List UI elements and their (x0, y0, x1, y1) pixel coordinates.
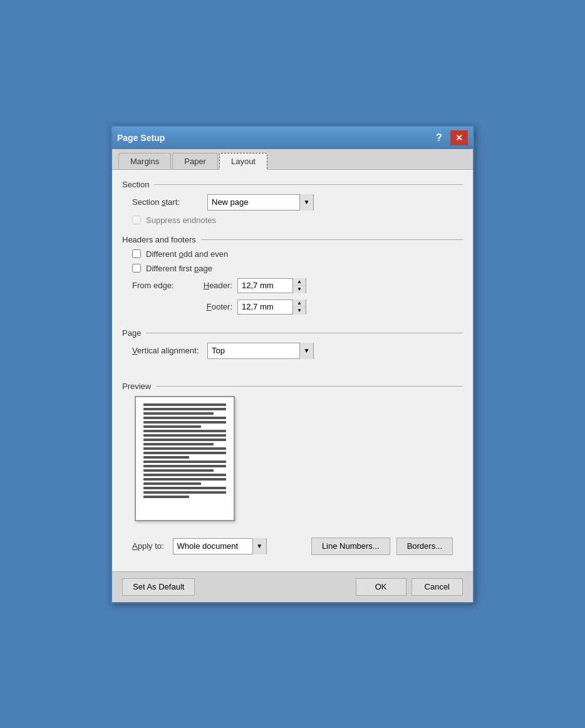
preview-line-11 (143, 447, 226, 450)
spinners-group: Header: 12,7 mm ▲ ▼ Footer: (182, 278, 306, 318)
preview-line-2 (143, 408, 226, 410)
diff-odd-even-row: Different odd and even (132, 249, 463, 259)
apply-to-value: Whole document (173, 541, 252, 551)
footer-right: OK Cancel (356, 578, 463, 596)
tab-paper[interactable]: Paper (172, 153, 218, 169)
preview-line-19 (143, 482, 201, 485)
diff-odd-even-label: Different odd and even (146, 249, 228, 259)
diff-first-page-label: Different first page (146, 264, 212, 273)
section-start-arrow[interactable]: ▼ (299, 194, 313, 211)
preview-line-22 (143, 496, 189, 498)
preview-line-14 (143, 460, 226, 463)
section-start-value: New page (208, 197, 299, 207)
apply-to-select[interactable]: Whole document ▼ (173, 538, 267, 554)
ok-button[interactable]: OK (356, 578, 406, 596)
page-group-content: Vertical alignment: Top ▼ (122, 343, 463, 359)
header-spinner[interactable]: 12,7 mm ▲ ▼ (237, 278, 306, 293)
line-numbers-button[interactable]: Line Numbers... (311, 538, 390, 555)
header-up-button[interactable]: ▲ (293, 278, 306, 286)
preview-line-15 (143, 465, 226, 467)
header-down-button[interactable]: ▼ (293, 286, 306, 293)
diff-first-page-row: Different first page (132, 264, 463, 273)
page-setup-dialog: Page Setup ? ✕ Margins Paper Layout Sect… (111, 125, 474, 603)
apply-to-arrow[interactable]: ▼ (252, 538, 266, 554)
from-edge-row: From edge: Header: 12,7 mm ▲ ▼ (132, 278, 463, 318)
apply-to-section: Apply to: Whole document ▼ Line Numbers.… (122, 531, 463, 561)
preview-line-5 (143, 421, 226, 424)
section-group: Section Section start: New page ▼ Suppre… (122, 180, 463, 225)
tab-margins[interactable]: Margins (118, 153, 171, 169)
help-button[interactable]: ? (430, 130, 448, 145)
preview-line-10 (143, 443, 214, 445)
footer-spinner-buttons: ▲ ▼ (292, 299, 306, 315)
section-start-select[interactable]: New page ▼ (207, 194, 314, 211)
main-content: Section Section start: New page ▼ Suppre… (112, 170, 473, 571)
preview-line-4 (143, 417, 226, 419)
preview-line-17 (143, 474, 226, 476)
diff-odd-even-checkbox[interactable] (132, 249, 141, 258)
preview-title: Preview (122, 382, 463, 391)
title-bar-controls: ? ✕ (430, 130, 468, 145)
vertical-alignment-row: Vertical alignment: Top ▼ (132, 343, 463, 359)
preview-line-3 (143, 412, 214, 415)
footer-spinner[interactable]: 12,7 mm ▲ ▼ (237, 299, 306, 315)
section-start-label: Section start: (132, 197, 207, 207)
diff-first-page-checkbox[interactable] (132, 264, 141, 273)
borders-button[interactable]: Borders... (396, 538, 453, 555)
preview-line-20 (143, 487, 226, 489)
preview-area (122, 396, 463, 521)
spacer (122, 369, 463, 382)
set-default-button[interactable]: Set As Default (122, 578, 195, 596)
footer-spinner-row: Footer: 12,7 mm ▲ ▼ (182, 299, 306, 315)
from-edge-label: From edge: (132, 278, 182, 290)
preview-line-8 (143, 434, 226, 437)
tab-bar: Margins Paper Layout (112, 149, 473, 170)
footer-value: 12,7 mm (238, 302, 292, 311)
header-value: 12,7 mm (238, 281, 292, 290)
vertical-alignment-arrow[interactable]: ▼ (299, 343, 313, 359)
header-spinner-buttons: ▲ ▼ (292, 278, 306, 293)
suppress-endnotes-label: Suppress endnotes (146, 216, 216, 225)
footer-bar: Set As Default OK Cancel (112, 571, 473, 602)
footer-up-button[interactable]: ▲ (293, 299, 306, 307)
tab-layout[interactable]: Layout (219, 153, 267, 170)
vertical-alignment-label: Vertical alignment: (132, 346, 207, 355)
section-group-title: Section (122, 180, 463, 189)
dialog-title: Page Setup (117, 133, 165, 143)
preview-line-21 (143, 491, 226, 494)
apply-to-label: Apply to: (132, 541, 164, 551)
vertical-alignment-value: Top (208, 346, 299, 355)
preview-line-18 (143, 478, 226, 481)
header-spinner-row: Header: 12,7 mm ▲ ▼ (182, 278, 306, 293)
close-button[interactable]: ✕ (450, 130, 468, 145)
headers-footers-content: Different odd and even Different first p… (122, 249, 463, 318)
preview-line-7 (143, 430, 226, 432)
headers-footers-group: Headers and footers Different odd and ev… (122, 235, 463, 318)
footer-label: Footer: (182, 302, 232, 311)
preview-line-9 (143, 439, 226, 441)
preview-line-16 (143, 469, 214, 472)
footer-down-button[interactable]: ▼ (293, 307, 306, 315)
preview-line-13 (143, 456, 189, 459)
cancel-button[interactable]: Cancel (412, 578, 463, 596)
suppress-endnotes-checkbox[interactable] (132, 216, 141, 224)
preview-document (135, 396, 235, 521)
headers-footers-title: Headers and footers (122, 235, 463, 244)
page-group-title: Page (122, 328, 463, 338)
suppress-endnotes-row: Suppress endnotes (132, 216, 463, 225)
preview-line-12 (143, 452, 226, 454)
title-bar: Page Setup ? ✕ (112, 127, 473, 149)
page-group: Page Vertical alignment: Top ▼ (122, 328, 463, 359)
section-start-row: Section start: New page ▼ (132, 194, 463, 211)
vertical-alignment-select[interactable]: Top ▼ (207, 343, 314, 359)
section-group-content: Section start: New page ▼ Suppress endno… (122, 194, 463, 225)
preview-group: Preview (122, 382, 463, 521)
preview-line-1 (143, 403, 226, 406)
header-label: Header: (182, 281, 232, 290)
preview-line-6 (143, 425, 201, 428)
